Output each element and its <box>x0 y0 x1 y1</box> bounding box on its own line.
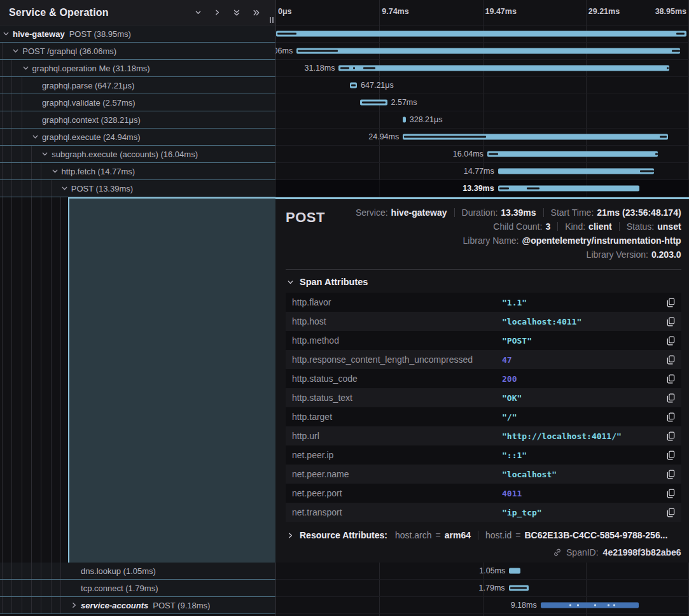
span-bar[interactable] <box>498 186 639 192</box>
attribute-key: http.response_content_length_uncompresse… <box>292 354 502 365</box>
ruler-tick-label: 9.74ms <box>382 7 408 16</box>
double-chevron-right-icon[interactable] <box>253 9 260 17</box>
span-bar-tick <box>672 50 679 52</box>
ruler-tick-label: 29.21ms <box>588 7 620 16</box>
span-id-label: SpanID: <box>566 547 599 557</box>
detail-overview-line: Library Name:@opentelemetry/instrumentat… <box>463 235 681 246</box>
detail-field-value: 21ms (23:56:48.174) <box>597 207 681 218</box>
chevron-right-icon[interactable] <box>214 9 221 16</box>
splitter-handle[interactable] <box>270 17 274 23</box>
span-attributes-title: Span Attributes <box>300 277 368 287</box>
chevron-down-icon[interactable] <box>12 48 19 55</box>
span-id-row: SpanID: 4e21998f3b82abe6 <box>286 547 681 557</box>
copy-icon[interactable] <box>667 470 675 479</box>
copy-icon[interactable] <box>667 451 675 460</box>
span-bar[interactable] <box>541 603 639 608</box>
span-bar[interactable] <box>403 117 406 123</box>
attribute-row: http.status_text"OK" <box>286 388 681 407</box>
copy-icon[interactable] <box>667 489 675 498</box>
chevron-down-icon[interactable] <box>41 151 48 158</box>
span-tree-item[interactable]: http.fetch (14.77ms) <box>0 163 275 180</box>
resource-attribute-value: BC62E13B-C4CC-5854-9788-256... <box>524 530 667 540</box>
copy-icon[interactable] <box>667 355 675 365</box>
span-duration-label: 24.94ms <box>368 132 399 141</box>
indent-guide <box>31 197 32 563</box>
span-tree-item[interactable]: graphql.operation Me (31.18ms) <box>0 60 275 77</box>
span-track: 36.06ms <box>275 43 689 60</box>
indent-guide <box>22 580 22 596</box>
span-tree-item[interactable]: hive-gatewayPOST (38.95ms) <box>0 25 275 43</box>
span-bar[interactable] <box>509 568 520 574</box>
attribute-value: "POST" <box>502 336 667 346</box>
copy-icon[interactable] <box>667 336 675 346</box>
chevron-down-icon[interactable] <box>52 168 59 175</box>
copy-icon[interactable] <box>667 374 675 384</box>
span-bar[interactable] <box>498 169 655 174</box>
attribute-value: "http://localhost:4011/" <box>502 431 667 441</box>
span-tree-item[interactable]: service-accountsPOST (9.18ms) <box>0 597 275 614</box>
attribute-key: http.status_text <box>292 393 502 403</box>
indent-guide <box>41 580 41 596</box>
copy-icon[interactable] <box>667 431 675 441</box>
chevron-down-icon[interactable] <box>32 134 39 141</box>
span-tree-item[interactable]: dns.lookup (1.05ms) <box>0 563 275 580</box>
span-bar[interactable] <box>487 151 658 157</box>
indent-guide <box>22 129 22 145</box>
resource-attribute-key: host.id <box>485 530 512 540</box>
indent-guide <box>22 94 22 111</box>
span-duration-label: 36.06ms <box>275 46 293 55</box>
span-tree-item[interactable]: graphql.context (328.21μs) <box>0 111 275 129</box>
span-bar-tick <box>660 136 667 138</box>
copy-icon[interactable] <box>667 412 675 422</box>
span-bar-tick <box>351 85 356 87</box>
indent-guide <box>41 180 41 197</box>
span-name: graphql.context (328.21μs) <box>42 115 141 125</box>
indent-guide <box>2 129 3 145</box>
copy-icon[interactable] <box>667 508 675 517</box>
indent-guide <box>22 163 22 179</box>
span-track: 647.21μs <box>275 77 689 94</box>
copy-icon[interactable] <box>667 393 675 403</box>
indent-guide <box>2 43 3 59</box>
span-tree-item[interactable]: graphql.execute (24.94ms) <box>0 129 275 146</box>
span-tree-item[interactable]: tcp.connect (1.79ms) <box>0 580 275 597</box>
span-name: POST /graphql (36.06ms) <box>22 46 116 56</box>
attribute-key: http.target <box>292 412 502 422</box>
span-name: graphql.validate (2.57ms) <box>42 98 136 108</box>
attribute-value: 200 <box>502 374 667 384</box>
double-chevron-down-icon[interactable] <box>233 9 240 17</box>
span-tree-item[interactable]: subgraph.execute (accounts) (16.04ms) <box>0 146 275 163</box>
attribute-row: http.flavor"1.1" <box>286 293 681 312</box>
span-duration-label: 13.39ms <box>463 184 494 193</box>
detail-field-value: unset <box>657 221 681 232</box>
attribute-row: net.peer.name"localhost" <box>286 465 681 484</box>
indent-guide <box>2 180 3 197</box>
attribute-row: net.peer.ip"::1" <box>286 445 681 465</box>
span-tree-item[interactable]: graphql.validate (2.57ms) <box>0 94 275 111</box>
span-name: tcp.connect (1.79ms) <box>81 584 158 593</box>
span-bar[interactable] <box>296 48 680 54</box>
span-row: POST (13.39ms)13.39ms <box>0 180 689 197</box>
span-tree-item[interactable]: POST (13.39ms) <box>0 180 275 197</box>
chevron-down-icon[interactable] <box>195 9 202 16</box>
chevron-down-icon[interactable] <box>22 65 29 72</box>
span-tree-item[interactable]: POST /graphql (36.06ms) <box>0 43 275 60</box>
resource-attributes-row[interactable]: Resource Attributes: host.arch=arm64host… <box>286 530 681 540</box>
copy-icon[interactable] <box>667 317 675 326</box>
span-bar[interactable] <box>338 66 669 71</box>
chevron-right-icon[interactable] <box>71 602 78 609</box>
span-bar-tick <box>667 67 669 69</box>
span-attributes-header[interactable]: Span Attributes <box>286 270 681 293</box>
span-bar[interactable] <box>276 31 686 37</box>
chevron-down-icon[interactable] <box>3 31 10 38</box>
span-tree-item[interactable]: graphql.parse (647.21μs) <box>0 77 275 94</box>
indent-guide <box>22 146 22 162</box>
indent-guide <box>11 94 12 111</box>
copy-icon[interactable] <box>667 298 675 307</box>
indent-guide <box>22 197 22 563</box>
span-bar-tick <box>340 67 349 69</box>
chevron-down-icon[interactable] <box>61 185 68 192</box>
attribute-value: "::1" <box>502 451 667 460</box>
trace-timeline-view: Service & Operation 0μs9.74ms19.47ms29.2… <box>0 0 689 616</box>
indent-guide <box>2 563 3 579</box>
